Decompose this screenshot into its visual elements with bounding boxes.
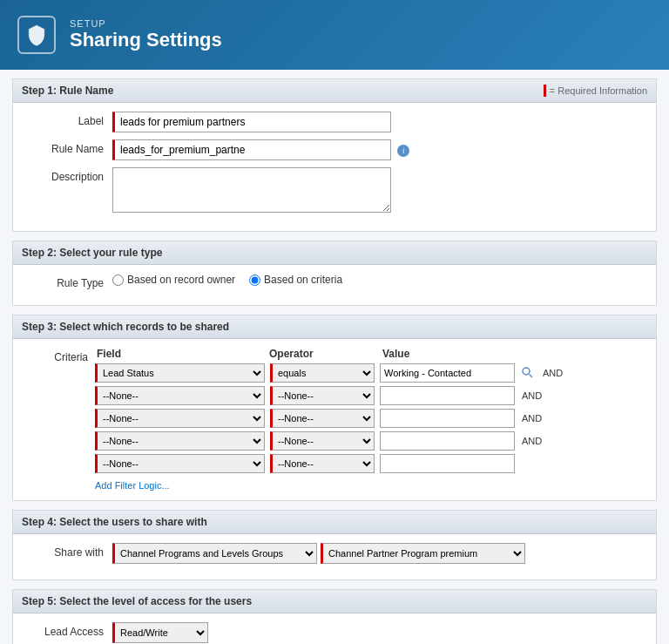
radio-record-owner-input[interactable] xyxy=(112,275,124,286)
criteria-label: Criteria xyxy=(25,348,95,491)
op-select-5[interactable]: --None-- xyxy=(270,454,375,473)
criteria-content: Field Operator Value Lead Status equals xyxy=(95,348,644,491)
svg-line-1 xyxy=(530,375,533,378)
step5-section: Step 5: Select the level of access for t… xyxy=(12,589,657,644)
radio-criteria-input[interactable] xyxy=(249,275,260,286)
radio-criteria-label: Based on criteria xyxy=(264,274,342,286)
description-label: Description xyxy=(25,167,112,183)
criteria-row-2: --None-- --None-- AND xyxy=(95,386,644,405)
info-icon[interactable]: i xyxy=(397,145,409,157)
content-area: Step 1: Rule Name = Required Information… xyxy=(0,70,669,644)
op-select-1[interactable]: equals xyxy=(270,363,375,383)
step1-body: Label Rule Name i Description xyxy=(13,103,656,231)
step4-body: Share with Channel Programs and Levels G… xyxy=(13,534,656,580)
value-input-1[interactable] xyxy=(380,363,515,383)
col-field-header: Field xyxy=(95,348,269,360)
step3-body: Criteria Field Operator Value Lead Statu… xyxy=(13,339,656,500)
col-op-header: Operator xyxy=(269,348,382,360)
label-field-control xyxy=(112,112,644,132)
step2-header: Step 2: Select your rule type xyxy=(13,241,656,265)
app-header: SETUP Sharing Settings xyxy=(0,0,669,70)
criteria-row-5: --None-- --None-- xyxy=(95,454,644,473)
setup-label: SETUP xyxy=(70,18,222,29)
field-select-1[interactable]: Lead Status xyxy=(95,363,265,383)
share-with-row: Share with Channel Programs and Levels G… xyxy=(25,543,644,564)
lookup-icon-1[interactable] xyxy=(520,365,536,381)
lead-access-control: Read/Write Read Only xyxy=(112,622,644,643)
required-info: = Required Information xyxy=(544,85,647,97)
step5-title: Step 5: Select the level of access for t… xyxy=(22,595,252,607)
radio-criteria: Based on criteria xyxy=(249,274,342,286)
criteria-main: Criteria Field Operator Value Lead Statu… xyxy=(25,348,644,491)
field-select-4[interactable]: --None-- xyxy=(95,431,265,451)
step3-section: Step 3: Select which records to be share… xyxy=(12,315,657,501)
share-target-select[interactable]: Channel Partner Program premium All Inte… xyxy=(321,543,525,564)
criteria-header-row: Field Operator Value xyxy=(95,348,644,360)
op-select-3[interactable]: --None-- xyxy=(270,409,375,428)
lead-access-select[interactable]: Read/Write Read Only xyxy=(112,622,208,643)
radio-record-owner: Based on record owner xyxy=(112,274,235,286)
field-select-3[interactable]: --None-- xyxy=(95,409,265,428)
criteria-row-1: Lead Status equals AND xyxy=(95,363,644,383)
step5-body: Lead Access Read/Write Read Only xyxy=(13,613,656,644)
field-select-5[interactable]: --None-- xyxy=(95,454,265,473)
step2-title: Step 2: Select your rule type xyxy=(22,247,162,259)
op-select-2[interactable]: --None-- xyxy=(270,386,375,405)
share-with-controls: Channel Programs and Levels Groups Publi… xyxy=(112,543,644,564)
share-type-select[interactable]: Channel Programs and Levels Groups Publi… xyxy=(112,543,317,564)
step4-title: Step 4: Select the users to share with xyxy=(22,516,207,528)
criteria-row-3: --None-- --None-- AND xyxy=(95,409,644,428)
value-input-4[interactable] xyxy=(380,431,515,451)
rule-name-row: Rule Name i xyxy=(25,139,644,160)
header-text: SETUP Sharing Settings xyxy=(70,18,222,51)
step5-header: Step 5: Select the level of access for t… xyxy=(13,590,656,613)
page-title: Sharing Settings xyxy=(70,29,222,51)
description-textarea[interactable] xyxy=(112,167,391,213)
label-input[interactable] xyxy=(112,112,391,132)
step4-header: Step 4: Select the users to share with xyxy=(13,511,656,534)
add-filter-link[interactable]: Add Filter Logic... xyxy=(95,480,170,491)
radio-record-owner-label: Based on record owner xyxy=(127,274,235,286)
step2-body: Rule Type Based on record owner Based on… xyxy=(13,265,656,305)
label-row: Label xyxy=(25,112,644,132)
rule-name-input[interactable] xyxy=(112,139,391,160)
step4-section: Step 4: Select the users to share with S… xyxy=(12,510,657,580)
rule-type-row: Rule Type Based on record owner Based on… xyxy=(25,274,644,289)
rule-type-options: Based on record owner Based on criteria xyxy=(112,274,644,286)
required-text: = Required Information xyxy=(550,85,647,96)
value-input-2[interactable] xyxy=(380,386,515,405)
description-control xyxy=(112,167,644,215)
step1-title: Step 1: Rule Name xyxy=(22,85,113,97)
step2-section: Step 2: Select your rule type Rule Type … xyxy=(12,241,657,306)
criteria-row-4: --None-- --None-- AND xyxy=(95,431,644,451)
value-input-3[interactable] xyxy=(380,409,515,428)
rule-type-label: Rule Type xyxy=(25,274,112,289)
field-select-2[interactable]: --None-- xyxy=(95,386,265,405)
and-label-4: AND xyxy=(520,436,542,446)
step3-title: Step 3: Select which records to be share… xyxy=(22,321,229,333)
value-input-5[interactable] xyxy=(380,454,515,473)
svg-point-0 xyxy=(523,368,530,375)
shield-icon xyxy=(17,16,56,54)
label-field-label: Label xyxy=(25,112,112,127)
col-val-header: Value xyxy=(382,348,526,360)
and-label-2: AND xyxy=(520,390,542,401)
step1-header: Step 1: Rule Name = Required Information xyxy=(13,79,656,103)
rule-name-control: i xyxy=(112,139,644,160)
lead-access-row: Lead Access Read/Write Read Only xyxy=(25,622,644,643)
share-with-label: Share with xyxy=(25,543,112,559)
description-row: Description xyxy=(25,167,644,215)
and-label-3: AND xyxy=(520,413,542,424)
step1-section: Step 1: Rule Name = Required Information… xyxy=(12,78,657,232)
lead-access-label: Lead Access xyxy=(25,622,112,638)
and-label-1: AND xyxy=(541,368,563,378)
op-select-4[interactable]: --None-- xyxy=(270,431,375,451)
rule-name-label: Rule Name xyxy=(25,139,112,155)
required-bar xyxy=(544,85,546,97)
step3-header: Step 3: Select which records to be share… xyxy=(13,315,656,339)
